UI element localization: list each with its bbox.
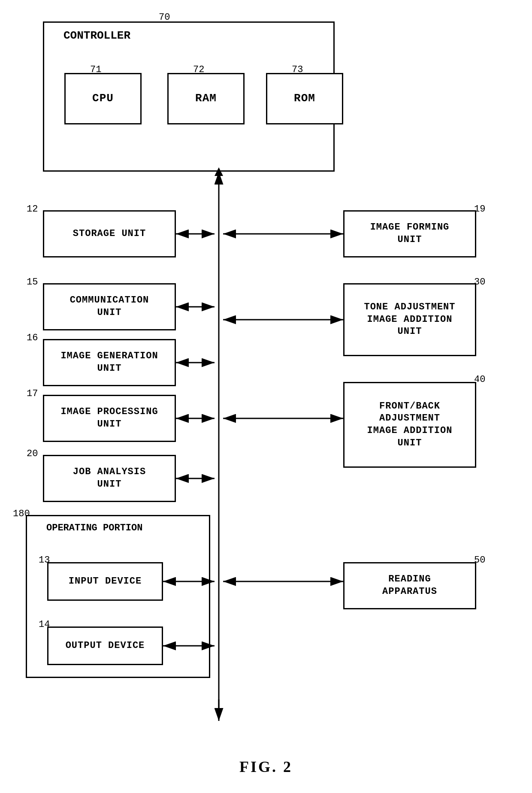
ref-16: 16 bbox=[27, 333, 38, 343]
input-device-box: INPUT DEVICE bbox=[47, 562, 163, 601]
front-back-adjustment-box: FRONT/BACKADJUSTMENTIMAGE ADDITIONUNIT bbox=[343, 382, 476, 468]
ref-17: 17 bbox=[27, 388, 38, 399]
image-processing-unit-box: IMAGE PROCESSINGUNIT bbox=[43, 395, 176, 442]
ref-12: 12 bbox=[27, 204, 38, 215]
ref-20: 20 bbox=[27, 448, 38, 459]
image-generation-unit-box: IMAGE GENERATIONUNIT bbox=[43, 339, 176, 386]
image-forming-unit-box: IMAGE FORMINGUNIT bbox=[343, 210, 476, 257]
communication-unit-box: COMMUNICATIONUNIT bbox=[43, 283, 176, 330]
reading-apparatus-box: READINGAPPARATUS bbox=[343, 562, 476, 609]
figure-label: FIG. 2 bbox=[239, 758, 293, 776]
ref-15: 15 bbox=[27, 277, 38, 288]
storage-unit-box: STORAGE UNIT bbox=[43, 210, 176, 257]
rom-box: ROM bbox=[266, 73, 343, 124]
output-device-box: OUTPUT DEVICE bbox=[47, 627, 163, 665]
ram-box: RAM bbox=[167, 73, 245, 124]
cpu-box: CPU bbox=[64, 73, 142, 124]
tone-adjustment-box: TONE ADJUSTMENTIMAGE ADDITIONUNIT bbox=[343, 283, 476, 356]
controller-label: CONTROLLER bbox=[63, 29, 130, 42]
operating-portion-label: OPERATING PORTION bbox=[46, 523, 142, 533]
job-analysis-unit-box: JOB ANALYSISUNIT bbox=[43, 455, 176, 502]
diagram: 70 CONTROLLER 71 CPU 72 RAM 73 ROM 12 ST… bbox=[0, 0, 532, 793]
